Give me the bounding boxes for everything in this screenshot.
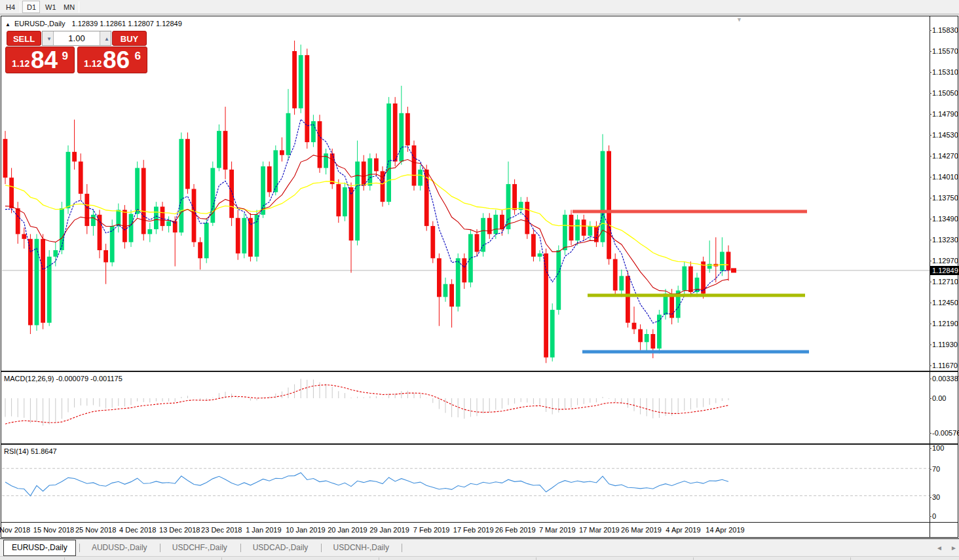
timeframe-button-d1[interactable]: D1 xyxy=(22,1,40,13)
date-axis-label: 6 Nov 2018 xyxy=(0,526,30,534)
chart-tab-eurusd[interactable]: EURUSD-,Daily xyxy=(3,540,76,556)
date-axis-label: 17 Mar 2019 xyxy=(579,526,620,534)
indicator-axis-label: 70 xyxy=(932,465,958,473)
window-bottom-border xyxy=(1,537,958,538)
timeframe-button-w1[interactable]: W1 xyxy=(41,1,58,13)
date-axis-label: 10 Jan 2019 xyxy=(286,526,326,534)
price-axis-tick xyxy=(930,240,931,240)
candle-body xyxy=(160,207,165,227)
indicator-axis-label: 0.003387 xyxy=(932,375,958,383)
candle-body xyxy=(60,208,64,250)
date-axis-label: 17 Feb 2019 xyxy=(453,526,494,534)
candle-body xyxy=(72,152,77,162)
price-axis-border xyxy=(930,16,930,537)
status-separator xyxy=(536,557,536,560)
timeframe-button-h4[interactable]: H4 xyxy=(1,1,19,13)
date-axis-label: 7 Mar 2019 xyxy=(539,526,576,534)
candle-body xyxy=(217,131,221,168)
candle-body xyxy=(273,150,278,192)
candle-body xyxy=(324,153,328,168)
rsi-plot[interactable] xyxy=(0,444,930,522)
timeframe-toolbar: H4D1W1MN xyxy=(0,0,959,14)
tab-separator xyxy=(240,544,241,552)
status-separator xyxy=(64,557,65,560)
macd-signal-line xyxy=(5,385,728,424)
price-axis-label: 1.15050 xyxy=(932,89,958,97)
candle-body xyxy=(475,234,480,252)
candle-body xyxy=(481,218,485,252)
date-axis-label: 26 Feb 2019 xyxy=(495,526,536,534)
chart-tab-audusd[interactable]: AUDUSD-,Daily xyxy=(84,540,155,555)
candle-body xyxy=(116,210,121,226)
candle-body xyxy=(588,226,592,236)
price-axis-tick xyxy=(930,72,931,73)
candle-body xyxy=(582,219,586,236)
timeframe-button-mn[interactable]: MN xyxy=(59,1,77,13)
tab-scroll-right-icon[interactable]: ► xyxy=(950,544,958,552)
support-line[interactable] xyxy=(582,350,809,354)
candle-body xyxy=(430,226,435,258)
chart-tabbar: EURUSD-,DailyAUDUSD-,DailyUSDCHF-,DailyU… xyxy=(0,538,959,556)
candle-body xyxy=(412,145,417,186)
date-axis-label: 1 Jan 2019 xyxy=(246,526,281,534)
chart-tab-usdchf[interactable]: USDCHF-,Daily xyxy=(164,540,235,555)
rsi-line xyxy=(5,473,728,496)
candle-body xyxy=(286,113,291,155)
indicator-axis-tick xyxy=(930,448,931,449)
price-axis-label: 1.13230 xyxy=(932,236,958,244)
date-axis-label: 20 Jan 2019 xyxy=(328,526,367,534)
price-axis-tick xyxy=(930,135,931,136)
mt4-window: H4D1W1MN ▲EURUSD-,Daily1.12839 1.12861 1… xyxy=(0,0,959,560)
candle-body xyxy=(336,184,341,216)
indicator-axis-tick xyxy=(930,398,931,399)
candle-body xyxy=(85,194,89,226)
tab-scroll-left-icon[interactable]: ◄ xyxy=(935,544,943,552)
candle-body xyxy=(556,250,561,310)
candle-body xyxy=(204,223,209,258)
price-axis-label: 1.14010 xyxy=(932,173,958,181)
candle-body xyxy=(688,267,693,292)
candle-body xyxy=(381,171,385,202)
mid-line[interactable] xyxy=(588,293,805,297)
tab-separator xyxy=(321,544,322,552)
candle-body xyxy=(613,259,618,291)
candle-body xyxy=(98,215,102,250)
indicator-axis-label: 30 xyxy=(932,493,958,501)
main-chart-plot[interactable] xyxy=(0,16,930,371)
candle-body xyxy=(280,150,284,155)
candle-body xyxy=(198,242,202,259)
chart-tab-usdcad[interactable]: USDCAD-,Daily xyxy=(245,540,316,555)
candle-body xyxy=(405,113,410,145)
candle-body xyxy=(512,184,517,210)
candle-body xyxy=(569,215,574,240)
price-axis-tick xyxy=(930,198,931,198)
candle-body xyxy=(185,139,190,189)
candle-body xyxy=(575,219,580,240)
indicator-axis-label: -0.00576 xyxy=(932,429,958,437)
candle-body xyxy=(443,284,448,297)
candle-body xyxy=(16,208,20,234)
price-axis-tick xyxy=(930,156,931,157)
candle-body xyxy=(399,113,404,162)
candle-body xyxy=(462,258,466,282)
price-axis-tick xyxy=(930,345,931,345)
resistance-line[interactable] xyxy=(573,210,807,213)
candle-body xyxy=(456,258,461,307)
candle-body xyxy=(682,267,686,291)
price-axis-label: 1.13490 xyxy=(932,215,958,223)
candle-body xyxy=(632,323,637,329)
candle-body xyxy=(449,284,454,307)
candle-body xyxy=(129,214,134,242)
macd-plot[interactable] xyxy=(0,371,930,443)
candle-body xyxy=(594,226,599,242)
price-axis-label: 1.13750 xyxy=(932,194,958,202)
candle-body xyxy=(103,250,108,262)
chart-tab-usdcnh[interactable]: USDCNH-,Daily xyxy=(326,540,397,555)
date-axis-label: 25 Nov 2018 xyxy=(75,526,116,534)
candle-body xyxy=(437,258,442,297)
indicator-axis-tick xyxy=(930,469,931,470)
price-axis-label: 1.12450 xyxy=(932,299,958,307)
price-axis-label: 1.12710 xyxy=(932,278,958,286)
last-price-marker xyxy=(731,268,736,272)
candle-body xyxy=(619,276,624,290)
